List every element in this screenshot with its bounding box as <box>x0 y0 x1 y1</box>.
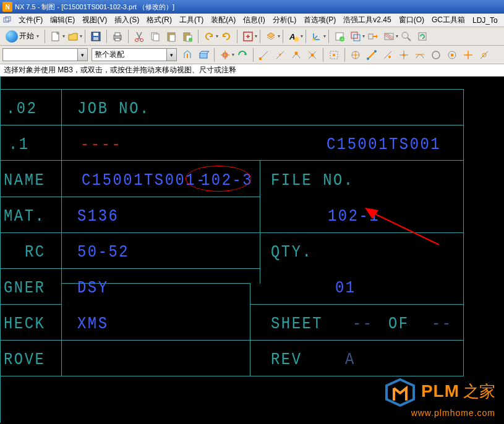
cell-rev-label: REV <box>271 350 302 369</box>
svg-rect-7 <box>115 33 120 36</box>
menu-haoqiang[interactable]: 浩强工具v2.45 <box>340 14 395 27</box>
paste-icon[interactable] <box>164 29 179 44</box>
projected-view-icon[interactable] <box>365 29 380 44</box>
chevron-down-icon[interactable]: ▾ <box>216 33 218 39</box>
menu-assembly[interactable]: 装配(A) <box>207 14 239 27</box>
snap-control-icon[interactable] <box>289 48 304 62</box>
grid-line <box>0 160 464 161</box>
snap-circle-icon[interactable] <box>429 48 443 62</box>
chevron-down-icon[interactable]: ▾ <box>278 33 280 39</box>
annotation-ellipse <box>186 166 251 192</box>
svg-rect-30 <box>419 33 426 40</box>
cell-qty-label: QTY. <box>271 242 312 261</box>
menu-ldj[interactable]: LDJ_To <box>469 15 502 26</box>
update-views-icon[interactable] <box>415 29 430 44</box>
grid-line <box>0 89 464 90</box>
snap-cursor-icon[interactable] <box>461 48 476 62</box>
detail-view-icon[interactable] <box>399 29 414 44</box>
select-up-icon[interactable] <box>180 48 195 62</box>
redo-icon[interactable] <box>219 29 234 44</box>
snap-mid-icon[interactable] <box>273 48 288 62</box>
layer-icon[interactable] <box>263 29 278 44</box>
chevron-down-icon[interactable]: ▾ <box>255 33 257 39</box>
cell-qty-value: 01 <box>335 278 356 297</box>
section-view-icon[interactable] <box>382 29 396 44</box>
separator <box>237 30 237 43</box>
globe-icon <box>6 30 18 43</box>
svg-point-35 <box>311 53 314 56</box>
snap-oncurve-icon[interactable] <box>412 48 427 62</box>
svg-rect-33 <box>259 57 262 60</box>
cell-sheet-cur: -- <box>352 314 374 333</box>
chevron-down-icon: ▾ <box>36 33 39 39</box>
cell-designer-label: GNER <box>4 278 45 297</box>
cell-approve-label: ROVE <box>4 350 45 369</box>
snap-arc-center-icon[interactable] <box>348 48 363 62</box>
snap-quadrant-icon[interactable] <box>364 48 379 62</box>
print-icon[interactable] <box>110 29 125 44</box>
svg-line-47 <box>372 213 439 245</box>
snap-pole-icon[interactable] <box>477 48 492 62</box>
copy-icon[interactable] <box>148 29 163 44</box>
save-icon[interactable] <box>88 29 103 44</box>
menu-bar: 文件(F) 编辑(E) 视图(V) 插入(S) 格式(R) 工具(T) 装配(A… <box>0 14 504 27</box>
svg-rect-25 <box>351 32 357 38</box>
cell-rc-value: 50-52 <box>77 242 129 261</box>
cell-tol1: .02 <box>6 99 38 118</box>
chevron-down-icon[interactable]: ▾ <box>362 33 365 39</box>
menu-info[interactable]: 信息(I) <box>239 14 268 27</box>
grid-line <box>0 340 464 341</box>
menu-tools[interactable]: 工具(T) <box>176 14 207 27</box>
separator <box>253 48 254 62</box>
menu-gc-toolbox[interactable]: GC工具箱 <box>428 14 469 27</box>
cut-icon[interactable] <box>132 29 147 44</box>
svg-point-40 <box>374 50 377 53</box>
menu-insert[interactable]: 插入(S) <box>111 14 143 27</box>
menu-window[interactable]: 窗口(O) <box>395 14 428 27</box>
chevron-down-icon[interactable]: ▾ <box>301 33 303 39</box>
undo-icon[interactable] <box>202 29 216 44</box>
start-button[interactable]: 开始 ▾ <box>2 29 42 44</box>
snap-center-icon[interactable] <box>327 48 341 62</box>
restore-window-icon[interactable] <box>2 15 12 25</box>
menu-analysis[interactable]: 分析(L) <box>269 14 301 27</box>
snap-perp-icon[interactable] <box>445 48 459 62</box>
menu-file[interactable]: 文件(F) <box>15 14 46 27</box>
snap-tangent-icon[interactable] <box>380 48 395 62</box>
svg-rect-0 <box>4 18 9 22</box>
snap-point-icon[interactable] <box>218 48 233 62</box>
filter-combo[interactable]: ▾ <box>2 48 88 61</box>
watermark-brand: PLM <box>421 381 459 401</box>
open-icon[interactable] <box>66 29 80 44</box>
new-icon[interactable] <box>48 29 63 44</box>
paste-special-icon[interactable] <box>180 29 195 44</box>
chevron-down-icon[interactable]: ▾ <box>77 49 87 61</box>
menu-prefs[interactable]: 首选项(P) <box>300 14 340 27</box>
menu-view[interactable]: 视图(V) <box>79 14 111 27</box>
menu-format[interactable]: 格式(R) <box>143 14 176 27</box>
snap-end-icon[interactable] <box>257 48 271 62</box>
chevron-down-icon[interactable]: ▾ <box>232 52 234 57</box>
menu-edit[interactable]: 编辑(E) <box>46 14 79 27</box>
wcs-icon[interactable] <box>309 29 324 44</box>
grid-line <box>0 268 260 269</box>
snap-intersect-icon[interactable] <box>305 48 320 62</box>
chevron-down-icon[interactable]: ▾ <box>80 33 82 39</box>
fit-icon[interactable] <box>241 29 255 44</box>
snap-enable-icon[interactable] <box>235 48 250 62</box>
drawing-canvas[interactable]: .02 JOB NO. .1 ---- C15001TS001 NAME C15… <box>0 77 504 424</box>
chevron-down-icon[interactable]: ▾ <box>166 49 176 61</box>
secondary-toolbar: ▾ 整个装配 ▾ ▾ <box>0 46 504 64</box>
select-body-icon[interactable] <box>196 48 211 62</box>
assembly-combo[interactable]: 整个装配 ▾ <box>92 48 177 61</box>
view-add-icon[interactable] <box>348 29 363 44</box>
chevron-down-icon[interactable]: ▾ <box>323 33 326 39</box>
chevron-down-icon[interactable]: ▾ <box>62 33 65 39</box>
chevron-down-icon[interactable]: ▾ <box>396 33 398 39</box>
grid-line <box>250 283 250 376</box>
watermark-logo-icon <box>383 376 417 407</box>
sheet-new-icon[interactable]: + <box>332 29 347 44</box>
svg-rect-27 <box>369 34 373 39</box>
text-style-icon[interactable]: A <box>286 29 301 44</box>
snap-existing-icon[interactable] <box>396 48 411 62</box>
